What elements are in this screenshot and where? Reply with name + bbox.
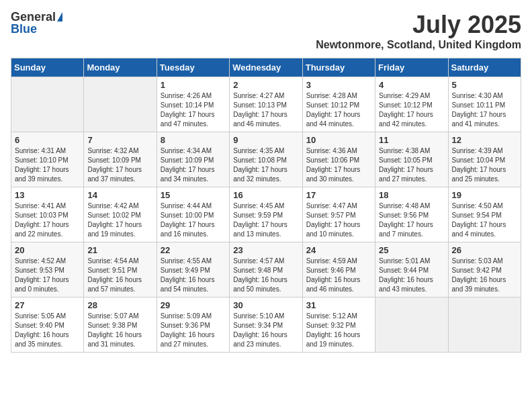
day-number: 18 [379,190,444,200]
calendar-cell [448,298,521,353]
day-number: 31 [306,300,371,310]
calendar-cell: 4Sunrise: 4:29 AM Sunset: 10:12 PM Dayli… [375,77,448,132]
day-info: Sunrise: 5:03 AM Sunset: 9:42 PM Dayligh… [452,257,517,294]
logo-triangle-icon [57,12,62,21]
calendar-week-row: 6Sunrise: 4:31 AM Sunset: 10:10 PM Dayli… [11,132,521,187]
calendar-cell: 23Sunrise: 4:57 AM Sunset: 9:48 PM Dayli… [230,242,302,298]
calendar-cell: 7Sunrise: 4:32 AM Sunset: 10:09 PM Dayli… [84,132,157,187]
calendar-cell: 13Sunrise: 4:41 AM Sunset: 10:03 PM Dayl… [11,187,84,242]
day-info: Sunrise: 4:32 AM Sunset: 10:09 PM Daylig… [87,146,152,184]
day-of-week-header: Sunday [11,58,84,77]
day-of-week-header: Wednesday [230,58,302,77]
day-number: 13 [15,190,80,200]
day-number: 30 [233,300,298,310]
calendar-cell: 9Sunrise: 4:35 AM Sunset: 10:08 PM Dayli… [230,132,302,187]
calendar-cell: 22Sunrise: 4:55 AM Sunset: 9:49 PM Dayli… [157,242,229,298]
calendar-cell: 30Sunrise: 5:10 AM Sunset: 9:34 PM Dayli… [230,298,302,353]
day-number: 19 [452,190,517,200]
day-of-week-header: Monday [84,58,157,77]
day-number: 4 [379,80,444,90]
calendar-cell: 15Sunrise: 4:44 AM Sunset: 10:00 PM Dayl… [157,187,229,242]
day-info: Sunrise: 4:34 AM Sunset: 10:09 PM Daylig… [161,146,226,184]
calendar-cell: 18Sunrise: 4:48 AM Sunset: 9:56 PM Dayli… [375,187,448,242]
calendar-week-row: 1Sunrise: 4:26 AM Sunset: 10:14 PM Dayli… [11,77,521,132]
calendar-cell: 19Sunrise: 4:50 AM Sunset: 9:54 PM Dayli… [448,187,521,242]
day-number: 27 [15,300,80,310]
day-number: 29 [161,300,226,310]
day-info: Sunrise: 4:44 AM Sunset: 10:00 PM Daylig… [161,201,226,239]
calendar-cell: 8Sunrise: 4:34 AM Sunset: 10:09 PM Dayli… [157,132,229,187]
calendar-cell: 26Sunrise: 5:03 AM Sunset: 9:42 PM Dayli… [448,242,521,298]
day-info: Sunrise: 4:28 AM Sunset: 10:12 PM Daylig… [306,91,371,129]
calendar-cell: 12Sunrise: 4:39 AM Sunset: 10:04 PM Dayl… [448,132,521,187]
day-of-week-header: Tuesday [157,58,229,77]
day-info: Sunrise: 4:54 AM Sunset: 9:51 PM Dayligh… [87,257,152,294]
calendar-cell: 29Sunrise: 5:09 AM Sunset: 9:36 PM Dayli… [157,298,229,353]
calendar-cell: 17Sunrise: 4:47 AM Sunset: 9:57 PM Dayli… [302,187,375,242]
day-info: Sunrise: 4:41 AM Sunset: 10:03 PM Daylig… [15,201,80,239]
day-number: 7 [87,135,152,145]
day-number: 1 [161,80,226,90]
page-header: General Blue July 2025 Newtonmore, Scotl… [11,11,521,51]
day-number: 23 [233,245,298,255]
day-info: Sunrise: 4:45 AM Sunset: 9:59 PM Dayligh… [233,201,298,239]
day-info: Sunrise: 4:47 AM Sunset: 9:57 PM Dayligh… [306,201,371,239]
calendar-cell: 20Sunrise: 4:52 AM Sunset: 9:53 PM Dayli… [11,242,84,298]
day-number: 28 [87,300,152,310]
logo-general-text: General [11,11,56,23]
calendar-cell: 28Sunrise: 5:07 AM Sunset: 9:38 PM Dayli… [84,298,157,353]
logo-blue-text: Blue [11,23,62,35]
day-number: 16 [233,190,298,200]
day-number: 6 [15,135,80,145]
day-info: Sunrise: 4:27 AM Sunset: 10:13 PM Daylig… [233,91,298,129]
calendar-cell: 24Sunrise: 4:59 AM Sunset: 9:46 PM Dayli… [302,242,375,298]
day-number: 5 [452,80,517,90]
calendar-cell: 31Sunrise: 5:12 AM Sunset: 9:32 PM Dayli… [302,298,375,353]
calendar-header-row: SundayMondayTuesdayWednesdayThursdayFrid… [11,58,521,77]
logo: General Blue [11,11,62,35]
calendar-cell: 14Sunrise: 4:42 AM Sunset: 10:02 PM Dayl… [84,187,157,242]
calendar-week-row: 20Sunrise: 4:52 AM Sunset: 9:53 PM Dayli… [11,242,521,298]
day-info: Sunrise: 4:26 AM Sunset: 10:14 PM Daylig… [161,91,226,129]
month-title: July 2025 [316,11,521,39]
day-number: 21 [87,245,152,255]
day-number: 25 [379,245,444,255]
day-number: 10 [306,135,371,145]
day-info: Sunrise: 5:05 AM Sunset: 9:40 PM Dayligh… [15,312,80,349]
day-info: Sunrise: 4:59 AM Sunset: 9:46 PM Dayligh… [306,257,371,294]
calendar-table: SundayMondayTuesdayWednesdayThursdayFrid… [11,58,521,353]
day-info: Sunrise: 4:57 AM Sunset: 9:48 PM Dayligh… [233,257,298,294]
calendar-cell: 1Sunrise: 4:26 AM Sunset: 10:14 PM Dayli… [157,77,229,132]
calendar-cell: 11Sunrise: 4:38 AM Sunset: 10:05 PM Dayl… [375,132,448,187]
day-info: Sunrise: 4:52 AM Sunset: 9:53 PM Dayligh… [15,257,80,294]
day-info: Sunrise: 5:01 AM Sunset: 9:44 PM Dayligh… [379,257,444,294]
calendar-cell: 3Sunrise: 4:28 AM Sunset: 10:12 PM Dayli… [302,77,375,132]
calendar-cell: 25Sunrise: 5:01 AM Sunset: 9:44 PM Dayli… [375,242,448,298]
day-info: Sunrise: 4:38 AM Sunset: 10:05 PM Daylig… [379,146,444,184]
title-area: July 2025 Newtonmore, Scotland, United K… [316,11,521,51]
day-number: 8 [161,135,226,145]
day-number: 22 [161,245,226,255]
day-info: Sunrise: 4:39 AM Sunset: 10:04 PM Daylig… [452,146,517,184]
day-of-week-header: Saturday [448,58,521,77]
day-info: Sunrise: 4:50 AM Sunset: 9:54 PM Dayligh… [452,201,517,239]
day-info: Sunrise: 4:36 AM Sunset: 10:06 PM Daylig… [306,146,371,184]
calendar-week-row: 13Sunrise: 4:41 AM Sunset: 10:03 PM Dayl… [11,187,521,242]
calendar-cell: 2Sunrise: 4:27 AM Sunset: 10:13 PM Dayli… [230,77,302,132]
location-title: Newtonmore, Scotland, United Kingdom [316,39,521,51]
day-number: 24 [306,245,371,255]
day-info: Sunrise: 4:30 AM Sunset: 10:11 PM Daylig… [452,91,517,129]
day-number: 11 [379,135,444,145]
calendar-cell: 10Sunrise: 4:36 AM Sunset: 10:06 PM Dayl… [302,132,375,187]
day-info: Sunrise: 4:35 AM Sunset: 10:08 PM Daylig… [233,146,298,184]
calendar-cell [11,77,84,132]
day-info: Sunrise: 5:09 AM Sunset: 9:36 PM Dayligh… [161,312,226,349]
day-number: 14 [87,190,152,200]
calendar-cell: 27Sunrise: 5:05 AM Sunset: 9:40 PM Dayli… [11,298,84,353]
day-number: 17 [306,190,371,200]
day-number: 9 [233,135,298,145]
calendar-cell: 6Sunrise: 4:31 AM Sunset: 10:10 PM Dayli… [11,132,84,187]
day-number: 26 [452,245,517,255]
calendar-week-row: 27Sunrise: 5:05 AM Sunset: 9:40 PM Dayli… [11,298,521,353]
calendar-cell [84,77,157,132]
